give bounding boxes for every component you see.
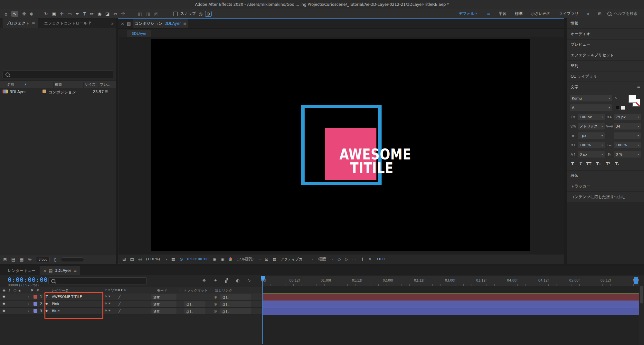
eye-icon[interactable]: ◉ (3, 295, 5, 298)
roto-brush-tool-icon[interactable]: ✂ (114, 12, 118, 16)
new-folder-icon[interactable]: ▤ (11, 257, 15, 262)
snap-option-icon[interactable]: ◎ (199, 12, 203, 16)
layer-name[interactable]: AWESOME TITILE (52, 295, 82, 299)
adjust-icon[interactable]: ✇ (28, 257, 32, 262)
panel-menu-icon[interactable]: ≡ (32, 21, 35, 25)
exposure-icon[interactable]: ✳ (368, 257, 372, 261)
motion-blur-icon[interactable]: ◐ (236, 278, 240, 283)
frame-blending-icon[interactable]: ▞ (225, 278, 228, 283)
subscript-button[interactable]: T₁ (615, 161, 619, 166)
horizontal-scale-select[interactable]: 100 % ▾ (614, 142, 641, 148)
tab-render-queue[interactable]: レンダーキュー (5, 266, 38, 275)
column-name[interactable]: 名前 (7, 82, 14, 87)
eraser-tool-icon[interactable]: ◪ (105, 12, 109, 16)
layer-name[interactable]: Blue (52, 309, 60, 313)
workspace-standard[interactable]: 標準 (515, 11, 523, 16)
parent-select[interactable]: なし ▾ (220, 308, 251, 314)
channel-icon[interactable] (229, 257, 232, 261)
timeline-search-input[interactable] (48, 277, 147, 284)
pickwhip-icon[interactable]: ◎ (214, 302, 217, 306)
panel-menu-icon[interactable]: ≡ (183, 21, 186, 26)
vertical-scale-select[interactable]: 100 % ▾ (578, 142, 605, 148)
chevron-right-icon[interactable]: › (28, 302, 29, 306)
time-ruler[interactable]: 00f 00:12f 01:00f 01:12f 02:00f 02:12f 0… (262, 276, 639, 286)
awesome-title-text[interactable]: AWESOME TITILE (339, 148, 404, 175)
timeline-nav-end-handle[interactable] (634, 277, 638, 284)
workspace-library[interactable]: ライブラリ (559, 11, 579, 16)
tab-overflow-icon[interactable]: » (111, 21, 114, 25)
show-snapshot-icon[interactable]: ▣ (221, 257, 224, 261)
superscript-button[interactable]: T¹ (606, 161, 610, 166)
help-search[interactable]: ヘルプを検索 (607, 11, 638, 16)
label-color-chip[interactable] (33, 309, 37, 313)
track-matte-select[interactable]: なし ▾ (184, 308, 205, 314)
workspace-default[interactable]: デフォルト (459, 11, 478, 16)
pickwhip-icon[interactable]: ◎ (214, 295, 217, 299)
panel-cc-libraries[interactable]: CC ライブラリ (567, 72, 644, 81)
ruler-icon[interactable]: ▭ (353, 257, 356, 261)
mask-expansion-icon[interactable]: ⊙ (205, 11, 212, 17)
panel-align[interactable]: 整列 (567, 61, 644, 71)
blend-mode-select[interactable]: 通常 ▾ (151, 301, 176, 307)
bit-depth-badge[interactable]: 8 bpc (36, 257, 50, 262)
tab-timeline-comp[interactable]: × ▤ 3DLAyer ≡ (40, 266, 80, 275)
exposure-value[interactable]: +0.0 (376, 257, 385, 261)
panel-menu-icon[interactable]: ≡ (637, 85, 640, 90)
panel-menu-icon[interactable]: ≡ (73, 268, 77, 273)
scrollbar-thumb[interactable] (640, 286, 643, 303)
mask-visibility-icon[interactable]: ⊙ (179, 257, 183, 261)
layer-bar-2[interactable] (262, 301, 639, 308)
pen-tool-icon[interactable]: ✒ (76, 12, 80, 16)
always-preview-icon[interactable]: ◎ (138, 257, 142, 261)
panel-paragraph[interactable]: 段落 (567, 171, 644, 181)
zoom-level-select[interactable]: (110 %) (146, 257, 160, 261)
panel-preview[interactable]: プレビュー (567, 40, 644, 50)
viewer-tab-3dlayer[interactable]: 3DLAyer (127, 30, 151, 37)
safe-margins-icon[interactable]: ▦ (171, 257, 175, 261)
resolution-select[interactable]: (フル画質) (236, 257, 253, 262)
workspace-grid-icon[interactable]: ⊞ (598, 12, 601, 16)
quality-switch-icon[interactable]: ╱ (118, 295, 121, 299)
all-caps-button[interactable]: TT (586, 161, 592, 166)
blend-mode-select[interactable]: 通常 ▾ (151, 308, 176, 314)
timeline-track-area[interactable]: 00f 00:12f 01:00f 01:12f 02:00f 02:12f 0… (262, 275, 644, 345)
column-size[interactable]: サイズ (85, 82, 96, 87)
new-composition-icon[interactable]: ▦ (20, 257, 24, 262)
layer-row-2[interactable]: ◉ › 2 ★ Pink ✣ ☀ ╱ 通常 ▾ なし ▾ (0, 301, 262, 308)
label-color-chip[interactable] (33, 295, 37, 299)
monitor-icon[interactable]: ▤ (130, 257, 134, 261)
snapshot-icon[interactable]: ◉ (213, 257, 216, 261)
zoom-tool-icon[interactable]: ⊕ (30, 12, 33, 16)
chevron-right-icon[interactable]: › (28, 295, 29, 299)
blend-mode-select[interactable]: 通常 ▾ (151, 294, 176, 300)
layer-bar-1[interactable] (262, 293, 639, 301)
fill-stroke-swatches[interactable] (629, 95, 640, 107)
fill-swatch[interactable] (629, 95, 636, 103)
type-tool-icon[interactable]: T (83, 12, 86, 16)
track-matte-column[interactable]: トラックマット (184, 288, 208, 293)
home-icon[interactable]: ⌂ (5, 12, 7, 16)
interpret-footage-icon[interactable]: ⊟ (3, 257, 7, 262)
guides-icon[interactable]: ✛ (361, 257, 364, 261)
leading-select[interactable]: 79 px ▾ (614, 114, 641, 120)
faux-italic-button[interactable]: T (579, 161, 582, 166)
pixel-aspect-icon[interactable]: ◇ (338, 257, 341, 261)
selection-tool-icon[interactable]: ↖ (11, 11, 18, 17)
font-style-select[interactable]: A ▾ (570, 104, 612, 111)
eyedropper-icon[interactable]: ✎ (613, 97, 620, 100)
eye-icon[interactable]: ◉ (3, 309, 5, 312)
puppet-pin-tool-icon[interactable]: ✢ (121, 12, 125, 16)
track-matte-select[interactable]: なし ▾ (184, 301, 205, 307)
layer-row-3[interactable]: ◉ › 3 ★ Blue ✣ ☀ ╱ 通常 ▾ なし ▾ (0, 308, 262, 315)
camera-tool-icon[interactable]: ▣ (52, 12, 56, 16)
close-icon[interactable]: × (43, 269, 46, 273)
tab-effect-controls[interactable]: エフェクトコントロール P (41, 18, 94, 28)
font-size-select[interactable]: 100 px ▾ (578, 114, 605, 120)
expand-panel-icon[interactable]: ⊞ (122, 257, 126, 261)
faux-bold-button[interactable]: T (571, 161, 574, 166)
composition-viewer[interactable]: AWESOME TITILE (118, 37, 564, 254)
parent-link-column[interactable]: 親とリンク (215, 288, 232, 293)
chevron-right-icon[interactable]: › (28, 309, 29, 313)
shape-tool-icon[interactable]: ▭ (68, 12, 72, 16)
layer-switches-icons[interactable]: ✣ ☀ (105, 295, 110, 298)
